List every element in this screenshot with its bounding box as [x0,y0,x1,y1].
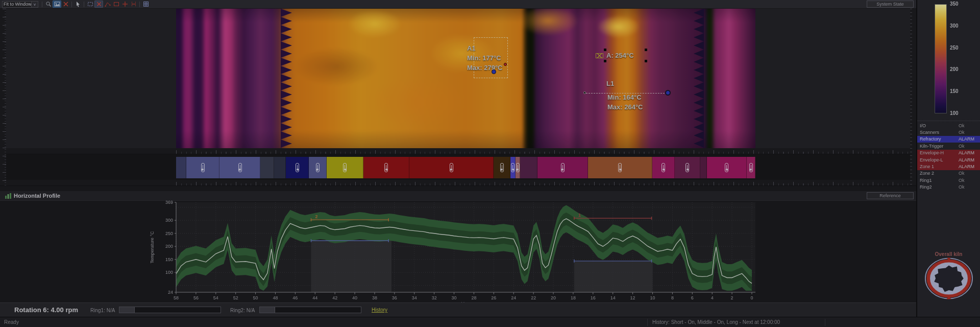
status-row-kiln-trigger[interactable]: Kiln-TriggerOk [917,143,980,149]
zone-segment[interactable] [327,157,363,178]
y-tick-label: 200 [165,244,173,249]
status-label: Scanners [920,130,959,135]
y-tick-label: 150 [165,257,173,262]
thermometer-icon [384,163,388,172]
selection-band[interactable] [574,261,653,292]
grid-icon[interactable] [141,1,150,8]
zone-segment[interactable] [537,157,588,178]
x-tick-label: 46 [292,295,298,300]
zone-segment[interactable] [363,157,409,178]
a1-min-marker [492,69,496,74]
thermal-canvas[interactable]: A1 Min: 177°C Max: 279°C A: 254°C L1 Min… [6,9,910,148]
status-value: Ok [959,184,977,190]
chevron-down-icon[interactable]: v [32,1,38,8]
overall-kiln-gauge[interactable] [924,258,973,299]
status-row-refractory[interactable]: RefractoryALARM [917,136,980,143]
status-row-zone-2[interactable]: Zone 2Ok [917,170,980,177]
annotation-l1-name[interactable]: L1 [606,80,614,87]
ring2-progress[interactable] [259,307,361,313]
statusbar-divider [825,319,825,326]
profile-chart[interactable]: 2102468101214161820222426283032343638404… [0,186,916,302]
status-row-envelope-h[interactable]: Envelope-HALARM [917,150,980,156]
zone-segment[interactable] [286,157,309,178]
status-label: Kiln-Trigger [920,144,959,149]
status-value: ALARM [959,164,977,169]
zone-segment[interactable] [274,157,286,178]
status-row-i-o[interactable]: I/OOk [917,122,980,129]
view-mode-select[interactable]: Fit to Window v [2,1,38,8]
remove-measure-icon[interactable] [94,1,103,8]
zone-segment[interactable] [176,157,186,178]
image-icon[interactable] [53,1,61,8]
selection-handle[interactable] [604,49,606,51]
x-tick-label: 18 [571,295,576,300]
delete-image-icon[interactable] [61,1,70,8]
l1-left-endpoint[interactable] [583,91,586,94]
system-state-button[interactable]: System State [867,1,914,8]
x-tick-label: 2 [731,295,733,300]
chart-icon [5,193,12,199]
zone-segment[interactable] [520,157,537,178]
colorbar-tick: 150 [950,88,959,94]
thermometer-icon [516,163,520,172]
x-tick-label: 22 [531,295,536,300]
status-row-ring1[interactable]: Ring1Ok [917,177,980,183]
status-label: Zone 2 [920,171,959,176]
thermal-image[interactable]: A1 Min: 177°C Max: 279°C A: 254°C L1 Min… [176,9,755,148]
zone-segment[interactable] [219,157,260,178]
thermometer-icon [685,163,689,172]
zone-strip [6,154,910,180]
toolbar-divider [71,2,72,7]
annotation-a-label[interactable]: A: 254°C [606,52,634,59]
zone-segment[interactable] [494,157,510,178]
measure-area-icon[interactable] [129,1,138,8]
pointer-icon[interactable] [74,1,82,8]
bottom-bar: Rotation 6: 4.00 rpm Ring1: N/A Ring2: N… [0,302,916,317]
ring1-progress[interactable] [119,307,221,313]
measure-point-icon[interactable] [120,1,129,8]
y-tick-label: 24 [168,290,173,295]
thermometer-icon [511,163,514,172]
thermal-gradient [176,9,755,148]
x-tick-label: 6 [691,295,694,300]
zone-segment[interactable] [652,157,675,178]
status-row-zone-1[interactable]: Zone 1ALARM [917,163,980,170]
history-link[interactable]: History [372,307,387,313]
selection-icon[interactable] [86,1,94,8]
x-tick-label: 44 [312,295,317,300]
thermometer-icon [725,163,728,172]
zone-segment[interactable] [516,157,520,178]
reference-button[interactable]: Reference [867,192,914,199]
selection-handle[interactable] [645,60,647,62]
status-row-scanners[interactable]: ScannersOk [917,129,980,135]
annotation-a1-name[interactable]: A1 [467,44,476,52]
zone-segment[interactable] [747,157,755,178]
selection-handle[interactable] [645,49,647,51]
y-tick-label: 100 [165,270,173,275]
selection-band[interactable] [311,241,391,292]
annotation-a1-max: Max: 279°C [467,64,503,72]
x-tick-label: 56 [193,295,199,300]
status-value: Ok [959,123,977,128]
zone-segment[interactable] [309,157,327,178]
kiln-monitor-app: Fit to Window v [0,0,980,327]
zone-segment[interactable] [707,157,747,178]
zoom-icon[interactable] [44,1,53,8]
l1-right-endpoint[interactable] [665,90,671,96]
status-row-envelope-l[interactable]: Envelope-LALARM [917,156,980,163]
zone-segment[interactable] [675,157,700,178]
zone-segment[interactable] [409,157,494,178]
zone-segment[interactable] [186,157,219,178]
measure-rect-icon[interactable] [112,1,120,8]
x-tick-label: 12 [630,295,635,300]
zone-segment[interactable] [700,157,707,178]
x-tick-label: 10 [650,295,655,300]
measure-line-icon[interactable] [103,1,112,8]
selection-handle[interactable] [604,60,606,62]
right-panel: 350300250200150100 I/OOkScannersOkRefrac… [916,0,980,317]
history-status: History: Short - On, Middle - On, Long -… [652,319,780,325]
zone-segment[interactable] [510,157,516,178]
zone-segment[interactable] [588,157,652,178]
zone-segment[interactable] [260,157,274,178]
status-row-ring2[interactable]: Ring2Ok [917,184,980,191]
